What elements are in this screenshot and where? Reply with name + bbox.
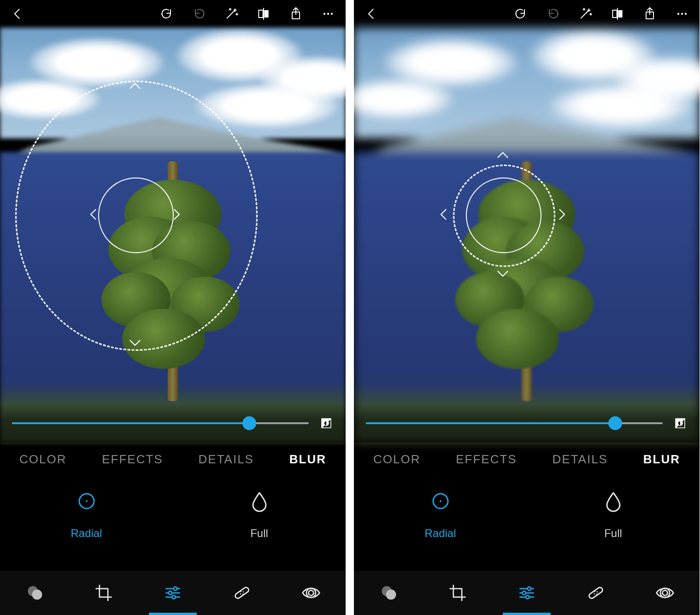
blur-slider-row: [354, 404, 700, 443]
blur-mode-label: Full: [250, 527, 268, 540]
svg-point-43: [660, 588, 670, 597]
tool-crop[interactable]: [90, 579, 118, 607]
svg-point-21: [306, 588, 316, 597]
bottom-toolbar: [0, 571, 346, 615]
tab-effects[interactable]: EFFECTS: [102, 452, 163, 467]
svg-point-38: [594, 593, 595, 595]
resize-handle-bottom[interactable]: [494, 265, 511, 282]
tool-adjust[interactable]: [513, 579, 541, 607]
share-button[interactable]: [288, 6, 304, 22]
invert-blur-button[interactable]: [319, 416, 334, 431]
more-button[interactable]: [674, 6, 690, 22]
image-canvas[interactable]: [0, 28, 346, 443]
auto-enhance-button[interactable]: [577, 6, 594, 22]
blur-mode-full[interactable]: Full: [173, 476, 346, 554]
svg-point-18: [242, 591, 244, 593]
resize-handle-right[interactable]: [553, 206, 570, 223]
svg-point-40: [596, 591, 598, 593]
svg-point-9: [86, 500, 88, 502]
svg-point-27: [685, 13, 687, 15]
adjust-category-tabs: COLOREFFECTSDETAILSBLUR: [0, 443, 346, 476]
svg-point-12: [174, 587, 177, 590]
svg-point-3: [324, 13, 325, 15]
compare-button[interactable]: [255, 6, 272, 22]
compare-button[interactable]: [609, 6, 626, 22]
resize-handle-right[interactable]: [168, 206, 185, 223]
resize-handle-top[interactable]: [127, 78, 143, 95]
tab-details[interactable]: DETAILS: [553, 452, 608, 467]
svg-rect-37: [588, 586, 603, 599]
svg-point-26: [681, 13, 683, 15]
blur-mode-options: RadialFull: [354, 476, 700, 554]
svg-rect-23: [618, 10, 622, 18]
invert-blur-button[interactable]: [673, 416, 688, 431]
undo-button[interactable]: [512, 6, 529, 22]
resize-handle-left[interactable]: [85, 206, 102, 223]
tool-heal[interactable]: [582, 579, 610, 607]
tool-crop[interactable]: [444, 579, 471, 607]
back-button[interactable]: [9, 6, 26, 22]
tab-color[interactable]: COLOR: [19, 452, 66, 467]
blur-mode-label: Radial: [71, 527, 102, 540]
svg-point-4: [327, 13, 329, 15]
svg-rect-22: [612, 10, 617, 18]
svg-point-20: [309, 591, 314, 596]
tab-effects[interactable]: EFFECTS: [456, 452, 517, 467]
blur-mode-options: RadialFull: [0, 476, 346, 554]
svg-point-33: [386, 590, 396, 600]
top-toolbar: [354, 0, 700, 28]
blur-mode-label: Radial: [424, 527, 456, 540]
tool-redeye[interactable]: [297, 579, 325, 607]
svg-point-16: [240, 593, 241, 595]
svg-point-14: [172, 596, 175, 599]
blur-amount-slider[interactable]: [366, 415, 663, 432]
tab-color[interactable]: COLOR: [373, 452, 420, 467]
blur-amount-slider[interactable]: [12, 415, 309, 432]
resize-handle-bottom[interactable]: [127, 334, 143, 351]
svg-rect-0: [259, 10, 263, 18]
svg-rect-15: [234, 586, 249, 599]
more-button[interactable]: [320, 6, 336, 22]
drop-icon: [602, 490, 624, 514]
radial-icon: [429, 490, 452, 514]
svg-point-42: [663, 591, 668, 596]
blur-mode-radial[interactable]: Radial: [354, 476, 527, 554]
svg-point-36: [526, 596, 529, 599]
editor-screen: COLOREFFECTSDETAILSBLURRadialFull: [0, 0, 346, 615]
blur-slider-row: [0, 404, 346, 443]
svg-point-31: [440, 500, 441, 502]
svg-point-5: [331, 13, 333, 15]
tool-looks[interactable]: [375, 579, 402, 607]
svg-point-35: [523, 591, 526, 594]
redo-button[interactable]: [191, 6, 207, 22]
resize-handle-top[interactable]: [494, 147, 511, 164]
tool-looks[interactable]: [21, 579, 48, 607]
top-toolbar: [0, 0, 346, 28]
svg-rect-1: [264, 10, 268, 18]
tab-blur[interactable]: BLUR: [643, 452, 680, 467]
tab-details[interactable]: DETAILS: [199, 452, 254, 467]
blur-mode-radial[interactable]: Radial: [0, 476, 173, 554]
image-canvas[interactable]: [354, 28, 700, 443]
share-button[interactable]: [641, 6, 658, 22]
svg-point-13: [169, 591, 172, 594]
resize-handle-left[interactable]: [435, 206, 452, 223]
drop-icon: [248, 490, 271, 514]
tool-heal[interactable]: [228, 579, 256, 607]
back-button[interactable]: [363, 6, 380, 22]
svg-point-25: [677, 13, 679, 15]
undo-button[interactable]: [159, 6, 175, 22]
tool-redeye[interactable]: [651, 579, 679, 607]
radial-icon: [76, 490, 98, 514]
blur-mode-full[interactable]: Full: [527, 476, 700, 554]
svg-point-34: [528, 587, 531, 590]
redo-button[interactable]: [545, 6, 561, 22]
blur-mode-label: Full: [604, 527, 622, 540]
auto-enhance-button[interactable]: [223, 6, 240, 22]
tab-blur[interactable]: BLUR: [289, 452, 326, 467]
tool-adjust[interactable]: [159, 579, 187, 607]
bottom-toolbar: [354, 571, 700, 615]
svg-point-11: [32, 590, 42, 600]
adjust-category-tabs: COLOREFFECTSDETAILSBLUR: [354, 443, 700, 476]
editor-screen: COLOREFFECTSDETAILSBLURRadialFull: [354, 0, 700, 615]
